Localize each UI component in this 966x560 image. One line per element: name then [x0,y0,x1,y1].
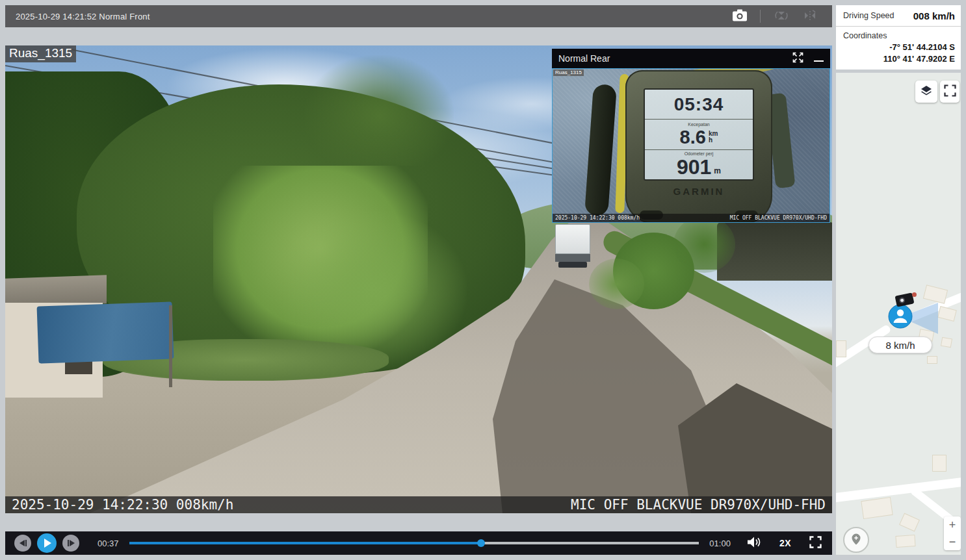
seek-bar[interactable] [129,542,699,544]
flip-vertical-button[interactable] [774,8,789,25]
map-building [899,513,920,532]
map-building [861,497,893,519]
rear-pip-title: Normal Rear [558,53,610,64]
front-osd-strip: 2025-10-29 14:22:30 008km/h MIC OFF BLAC… [5,496,832,513]
video-title: 2025-10-29 14:21:52 Normal Front [16,12,150,21]
front-video-frame[interactable]: Ruas_1315 Normal Rear [5,45,832,513]
map-zoom-control: + − [944,516,961,550]
driving-speed-value: 008 km/h [913,10,955,21]
topbar-actions [733,8,822,25]
driving-speed-row: Driving Speed 008 km/h [836,5,961,27]
camera-icon [733,9,747,23]
video-title-bar: 2025-10-29 14:21:52 Normal Front [5,5,832,27]
minimize-icon [814,60,824,62]
garmin-distance-row: Odometer perj 901 m [645,150,753,179]
garmin-time: 05:34 [674,95,724,114]
rear-osd-model: MIC OFF BLACKVUE DR970X/UHD-FHD [730,215,827,221]
rear-road-segment-label: Ruas_1315 [553,70,584,76]
garmin-speed-unit: km h [709,131,718,144]
driving-speed-label: Driving Speed [843,11,894,20]
scene-truck-box [555,224,590,254]
zoom-out-button[interactable]: − [944,533,961,550]
scene-truck-wheels [558,262,587,268]
garmin-time-row: 05:34 [645,90,753,120]
pip-expand-button[interactable] [792,52,803,65]
drive-info-panel: Driving Speed 008 km/h Coordinates -7° 5… [836,5,961,70]
scene-tarp-post [169,305,172,387]
location-pin-icon [850,533,863,548]
rear-video-frame[interactable]: 05:34 Kecepatan 8.6 km h [552,68,830,223]
latitude-value: -7° 51' 44.2104 S [836,42,961,53]
fullscreen-button[interactable] [809,536,822,550]
map-road [836,476,961,502]
flip-horizontal-button[interactable] [802,8,818,25]
flip-vertical-icon [774,8,789,25]
play-icon [44,539,51,548]
map-panel[interactable]: 8 km/h + − [836,73,961,555]
progress-thumb[interactable] [477,539,485,547]
blackvue-viewer-window: 2025-10-29 14:21:52 Normal Front [0,0,966,560]
garmin-speed-row: Kecepatan 8.6 km h [645,120,753,149]
map-building [836,340,846,357]
longitude-value: 110° 41' 47.9202 E [836,53,961,65]
play-button[interactable] [37,533,57,553]
playback-control-bar: 00:37 01:00 2X [5,531,832,555]
map-building [932,455,946,472]
current-time: 00:37 [98,539,119,548]
garmin-distance-value: 901 [677,157,711,177]
garmin-distance-unit: m [714,166,721,177]
dashcam-record-dot [912,292,917,297]
duration: 01:00 [709,539,731,548]
previous-frame-button[interactable] [14,535,31,552]
coordinates-label: Coordinates [836,27,961,42]
map-fullscreen-icon [944,84,956,99]
previous-frame-icon [20,540,27,546]
map-layers-button[interactable] [915,81,937,103]
scene-truck [554,224,592,272]
flip-horizontal-icon [802,8,818,25]
scene-mount-strap [584,84,617,216]
zoom-in-button[interactable]: + [944,516,961,533]
scene-bush [673,216,735,273]
vehicle-marker[interactable] [888,304,913,329]
road-segment-label: Ruas_1315 [5,45,76,62]
scene-roadside-hut [717,222,832,281]
rear-pip-actions [792,52,824,65]
front-osd-timestamp: 2025-10-29 14:22:30 008km/h [12,497,233,513]
expand-icon [792,52,803,65]
next-frame-icon [68,540,75,546]
progress-played [129,542,481,544]
garmin-screen: 05:34 Kecepatan 8.6 km h [644,88,754,181]
scene-blue-tarp [37,301,174,363]
front-osd-model: MIC OFF BLACKVUE DR970X/UHD-FHD [571,497,826,513]
volume-icon [748,537,761,550]
rear-pip-header: Normal Rear [552,49,830,68]
rear-pip-window[interactable]: Normal Rear [552,49,830,223]
garmin-speed-value: 8.6 [680,127,706,147]
next-frame-button[interactable] [62,535,79,552]
scene-palm-top [304,55,454,166]
volume-button[interactable] [748,537,761,550]
locate-me-button[interactable] [843,527,869,553]
map-building [937,306,957,322]
rear-osd-strip: 2025-10-29 14:22:30 008km/h MIC OFF BLAC… [553,214,829,222]
scene-truck-cab [555,254,590,262]
scene-bush [589,259,644,309]
map-building [927,356,937,364]
rear-osd-timestamp: 2025-10-29 14:22:30 008km/h [555,215,640,221]
capture-screenshot-button[interactable] [733,9,747,23]
map-building [895,535,915,548]
playback-speed-button[interactable]: 2X [779,538,791,548]
pip-minimize-button[interactable] [814,55,824,62]
map-building [941,337,952,348]
garmin-brand: GARMIN [625,186,772,197]
map-speed-bubble: 8 km/h [868,337,932,353]
garmin-device: 05:34 Kecepatan 8.6 km h [625,70,772,223]
map-fullscreen-button[interactable] [940,81,959,103]
topbar-divider [760,10,761,23]
layers-icon [919,84,933,100]
fullscreen-icon [809,536,822,550]
